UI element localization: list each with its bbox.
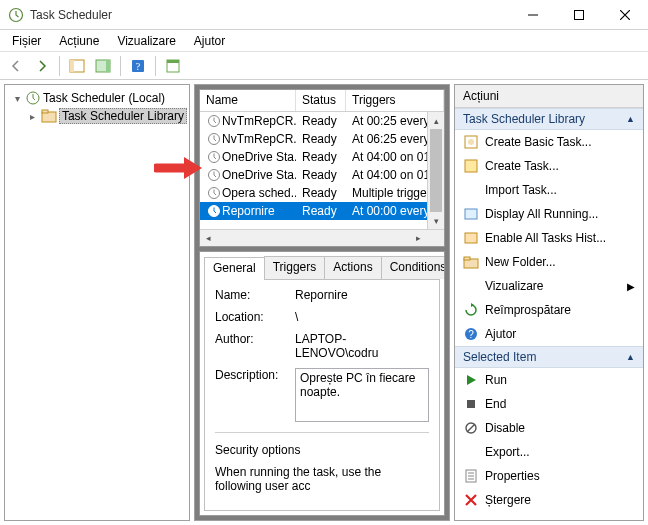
task-row[interactable]: OneDrive Sta... Ready At 04:00 on 01.05.… bbox=[200, 166, 427, 184]
tab-actions[interactable]: Actions bbox=[324, 256, 381, 279]
tab-triggers[interactable]: Triggers bbox=[264, 256, 326, 279]
svg-text:?: ? bbox=[136, 61, 141, 72]
tree-root[interactable]: ▾ Task Scheduler (Local) bbox=[7, 89, 187, 107]
close-button[interactable] bbox=[602, 0, 648, 30]
task-row-selected[interactable]: Repornire Ready At 00:00 every day bbox=[200, 202, 427, 220]
action-refresh[interactable]: Reîmprospătare bbox=[455, 298, 643, 322]
task-details: General Triggers Actions Conditions Sett… bbox=[199, 251, 445, 516]
menubar: Fișier Acțiune Vizualizare Ajutor bbox=[0, 30, 648, 52]
security-text: When running the task, use the following… bbox=[215, 465, 429, 493]
action-export[interactable]: Export... bbox=[455, 440, 643, 464]
stop-icon bbox=[463, 396, 479, 412]
task-list: Name Status Triggers NvTmRepCR... Ready … bbox=[199, 89, 445, 247]
val-name: Repornire bbox=[295, 288, 429, 302]
lbl-name: Name: bbox=[215, 288, 295, 302]
svg-rect-28 bbox=[467, 400, 475, 408]
task-list-header: Name Status Triggers bbox=[200, 90, 444, 112]
description-box[interactable]: Oprește PC în fiecare noapte. bbox=[295, 368, 429, 422]
action-create-task[interactable]: Create Task... bbox=[455, 154, 643, 178]
action-end[interactable]: End bbox=[455, 392, 643, 416]
toolbar-show-hide-actions-button[interactable] bbox=[91, 54, 115, 78]
security-label: Security options bbox=[215, 443, 429, 457]
action-new-folder[interactable]: New Folder... bbox=[455, 250, 643, 274]
clock-icon bbox=[206, 114, 222, 128]
toolbar-refresh-button[interactable] bbox=[161, 54, 185, 78]
action-run[interactable]: Run bbox=[455, 368, 643, 392]
nav-forward-button[interactable] bbox=[30, 54, 54, 78]
toolbar-show-hide-tree-button[interactable] bbox=[65, 54, 89, 78]
caret-up-icon: ▲ bbox=[626, 352, 635, 362]
svg-rect-5 bbox=[106, 60, 110, 72]
center-pane: Name Status Triggers NvTmRepCR... Ready … bbox=[194, 84, 450, 521]
clock-icon bbox=[206, 150, 222, 164]
actions-section-selected[interactable]: Selected Item▲ bbox=[455, 346, 643, 368]
action-import-task[interactable]: Import Task... bbox=[455, 178, 643, 202]
action-create-basic-task[interactable]: Create Basic Task... bbox=[455, 130, 643, 154]
app-icon bbox=[8, 7, 24, 23]
nav-back-button[interactable] bbox=[4, 54, 28, 78]
toolbar: ? bbox=[0, 52, 648, 80]
task-row[interactable]: NvTmRepCR... Ready At 06:25 every day bbox=[200, 130, 427, 148]
import-icon bbox=[463, 182, 479, 198]
action-properties[interactable]: Properties bbox=[455, 464, 643, 488]
task-row[interactable]: OneDrive Sta... Ready At 04:00 on 01.05.… bbox=[200, 148, 427, 166]
tab-conditions[interactable]: Conditions bbox=[381, 256, 445, 279]
blank-icon bbox=[463, 278, 479, 294]
task-row[interactable]: Opera sched... Ready Multiple triggers d… bbox=[200, 184, 427, 202]
export-icon bbox=[463, 444, 479, 460]
minimize-button[interactable] bbox=[510, 0, 556, 30]
col-name[interactable]: Name bbox=[200, 90, 296, 111]
svg-rect-23 bbox=[465, 233, 477, 243]
delete-icon bbox=[463, 492, 479, 508]
action-view-submenu[interactable]: Vizualizare▶ bbox=[455, 274, 643, 298]
maximize-button[interactable] bbox=[556, 0, 602, 30]
tree-library[interactable]: ▸ Task Scheduler Library bbox=[7, 107, 187, 125]
col-status[interactable]: Status bbox=[296, 90, 346, 111]
lbl-location: Location: bbox=[215, 310, 295, 324]
window-title: Task Scheduler bbox=[30, 8, 510, 22]
svg-rect-21 bbox=[465, 160, 477, 172]
action-delete[interactable]: Ștergere bbox=[455, 488, 643, 512]
task-row[interactable]: NvTmRepCR... Ready At 00:25 every day bbox=[200, 112, 427, 130]
menu-action[interactable]: Acțiune bbox=[51, 32, 107, 50]
action-disable[interactable]: Disable bbox=[455, 416, 643, 440]
play-icon bbox=[463, 372, 479, 388]
tab-general[interactable]: General bbox=[204, 257, 265, 280]
val-author: LAPTOP-LENOVO\codru bbox=[295, 332, 429, 360]
lbl-author: Author: bbox=[215, 332, 295, 360]
clock-icon bbox=[206, 168, 222, 182]
actions-pane: Acțiuni Task Scheduler Library▲ Create B… bbox=[454, 84, 644, 521]
titlebar: Task Scheduler bbox=[0, 0, 648, 30]
clock-icon bbox=[25, 90, 41, 106]
toolbar-help-button[interactable]: ? bbox=[126, 54, 150, 78]
console-tree: ▾ Task Scheduler (Local) ▸ Task Schedule… bbox=[4, 84, 190, 521]
refresh-icon bbox=[463, 302, 479, 318]
svg-rect-9 bbox=[167, 60, 179, 63]
tab-page-general: Name:Repornire Location:\ Author:LAPTOP-… bbox=[204, 280, 440, 511]
menu-help[interactable]: Ajutor bbox=[186, 32, 233, 50]
task-list-hscroll[interactable]: ◂▸ bbox=[200, 229, 444, 246]
history-icon bbox=[463, 230, 479, 246]
caret-up-icon: ▲ bbox=[626, 114, 635, 124]
menu-view[interactable]: Vizualizare bbox=[109, 32, 183, 50]
action-display-running[interactable]: Display All Running... bbox=[455, 202, 643, 226]
properties-icon bbox=[463, 468, 479, 484]
svg-rect-3 bbox=[70, 60, 74, 72]
running-icon bbox=[463, 206, 479, 222]
wizard-icon bbox=[463, 134, 479, 150]
detail-tabs: General Triggers Actions Conditions Sett… bbox=[204, 256, 440, 280]
action-enable-history[interactable]: Enable All Tasks Hist... bbox=[455, 226, 643, 250]
svg-rect-12 bbox=[42, 110, 48, 113]
svg-text:?: ? bbox=[468, 329, 474, 340]
task-icon bbox=[463, 158, 479, 174]
arrow-right-icon: ▶ bbox=[627, 281, 635, 292]
clock-icon bbox=[206, 204, 222, 218]
clock-icon bbox=[206, 186, 222, 200]
disable-icon bbox=[463, 420, 479, 436]
menu-file[interactable]: Fișier bbox=[4, 32, 49, 50]
action-help[interactable]: ?Ajutor bbox=[455, 322, 643, 346]
task-list-vscroll[interactable]: ▴▾ bbox=[427, 112, 444, 229]
svg-rect-25 bbox=[464, 257, 470, 260]
actions-section-library[interactable]: Task Scheduler Library▲ bbox=[455, 108, 643, 130]
col-triggers[interactable]: Triggers bbox=[346, 90, 444, 111]
